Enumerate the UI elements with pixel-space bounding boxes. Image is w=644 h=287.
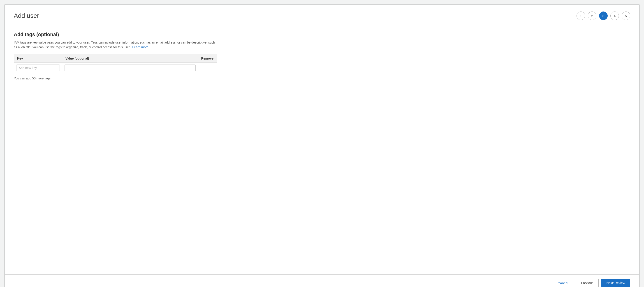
page-container: Add user 1 2 3 4 5 Add tags (optional) I… bbox=[4, 4, 640, 287]
main-content: Add user 1 2 3 4 5 Add tags (optional) I… bbox=[5, 5, 639, 274]
tags-table: Key Value (optional) Remove bbox=[14, 54, 217, 73]
cancel-button[interactable]: Cancel bbox=[552, 279, 573, 287]
col-value-header: Value (optional) bbox=[62, 54, 198, 63]
step-3[interactable]: 3 bbox=[599, 12, 608, 20]
remove-cell bbox=[198, 63, 216, 73]
step-2[interactable]: 2 bbox=[588, 12, 596, 20]
col-key-header: Key bbox=[14, 54, 62, 63]
tags-count-text: You can add 50 more tags. bbox=[14, 76, 630, 80]
table-row bbox=[14, 63, 217, 73]
step-4[interactable]: 4 bbox=[610, 12, 619, 20]
section-title: Add tags (optional) bbox=[14, 32, 630, 38]
section-divider bbox=[14, 27, 630, 27]
tag-key-input[interactable] bbox=[16, 64, 60, 71]
key-cell bbox=[14, 63, 62, 73]
learn-more-link[interactable]: Learn more bbox=[132, 45, 148, 49]
value-cell bbox=[62, 63, 198, 73]
next-review-button[interactable]: Next: Review bbox=[601, 279, 630, 287]
page-title: Add user bbox=[14, 12, 39, 20]
col-remove-header: Remove bbox=[198, 54, 216, 63]
tag-value-input[interactable] bbox=[64, 64, 196, 71]
section-description: IAM tags are key-value pairs you can add… bbox=[14, 40, 217, 50]
previous-button[interactable]: Previous bbox=[576, 279, 598, 287]
footer-bar: Cancel Previous Next: Review bbox=[5, 274, 639, 287]
steps-container: 1 2 3 4 5 bbox=[576, 12, 630, 20]
step-5[interactable]: 5 bbox=[622, 12, 630, 20]
step-1[interactable]: 1 bbox=[576, 12, 585, 20]
header-row: Add user 1 2 3 4 5 bbox=[14, 12, 630, 20]
